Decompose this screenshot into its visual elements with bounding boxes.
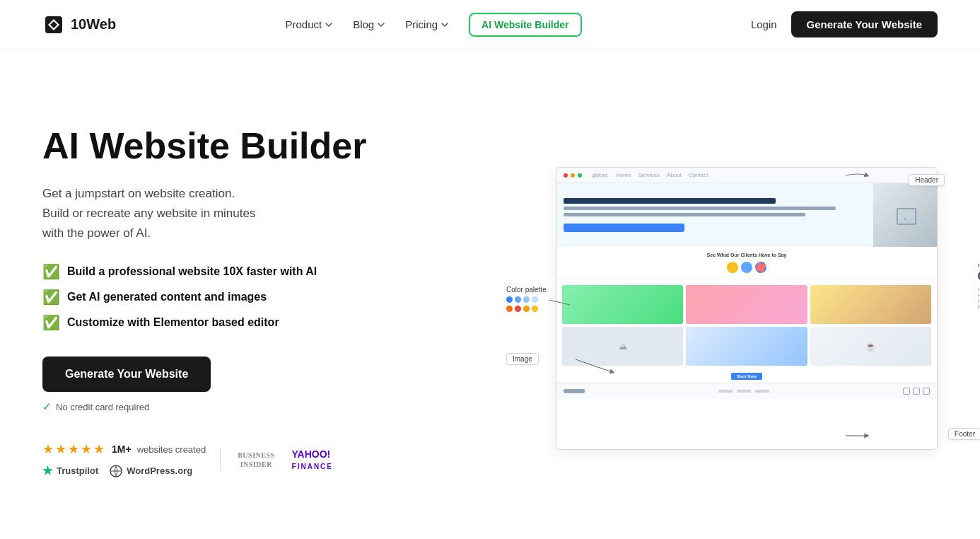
mockup-tab-1: Home bbox=[616, 172, 631, 178]
mockup-cta-button bbox=[564, 224, 684, 232]
hero-title: AI Website Builder bbox=[42, 125, 366, 168]
feature-text-2: Get AI generated content and images bbox=[67, 291, 267, 303]
navbar: 10Web Product Blog Pricing AI Website Bu… bbox=[0, 0, 980, 50]
mockup-hero-subtitle-bar bbox=[564, 207, 836, 210]
start-now-btn-small: Start Now bbox=[731, 373, 762, 380]
footer-icons bbox=[903, 388, 930, 395]
count-suffix: websites created bbox=[137, 444, 206, 455]
heading-size-3: Heading 3 (18px) bbox=[977, 299, 980, 303]
mockup-avatar-3 bbox=[755, 262, 766, 273]
color-dot-amber bbox=[523, 306, 530, 312]
nav-pricing[interactable]: Pricing bbox=[405, 18, 449, 30]
hero-subtitle: Get a jumpstart on website creation. Bui… bbox=[42, 184, 366, 243]
footer-annotation: Footer bbox=[948, 428, 980, 440]
feature-text-1: Build a professional website 10X faster … bbox=[67, 265, 317, 278]
mockup-tab-4: Contact bbox=[689, 172, 708, 178]
mockup-hero-text-area bbox=[556, 183, 873, 247]
logo-icon bbox=[42, 13, 65, 36]
mockup-hero-subtitle2-bar bbox=[564, 213, 805, 216]
footer-link-1 bbox=[718, 390, 733, 393]
footer-label-text: Footer bbox=[955, 430, 975, 438]
hero-illustration: Header gibber. Home Services About Conta… bbox=[499, 153, 938, 450]
trust-badges: ★ Trustpilot WordPress.org bbox=[42, 464, 206, 477]
heading-size-2: Heading 2 (22px) bbox=[977, 293, 980, 298]
font-family-label: Font family bbox=[977, 262, 980, 269]
color-palette-annotation: Color palette bbox=[506, 286, 547, 312]
brand-name: 10Web bbox=[71, 16, 116, 33]
feature-text-3: Customize with Elementor based editor bbox=[67, 316, 279, 329]
brand-logo[interactable]: 10Web bbox=[42, 13, 116, 36]
nav-pricing-label: Pricing bbox=[405, 18, 438, 30]
mockup-clients-section: See What Our Clients Have to Say bbox=[556, 247, 937, 279]
login-link[interactable]: Login bbox=[751, 18, 777, 30]
hero-generate-button[interactable]: Generate Your Website bbox=[42, 357, 211, 392]
trustpilot-badge: ★ Trustpilot bbox=[42, 464, 98, 477]
mockup-nav-tabs: gibber. Home Services About Contact bbox=[592, 172, 708, 178]
mockup-footer-bar bbox=[556, 383, 937, 399]
mockup-browser-bar: gibber. Home Services About Contact bbox=[556, 168, 937, 183]
check-icon-3: ✅ bbox=[42, 314, 60, 331]
nav-product[interactable]: Product bbox=[285, 18, 333, 30]
gallery-item-5 bbox=[686, 327, 807, 366]
trustpilot-label: Trustpilot bbox=[57, 465, 98, 476]
wordpress-label: WordPress.org bbox=[127, 465, 192, 476]
check-icon-1: ✅ bbox=[42, 263, 60, 280]
heading-size-1: Heading 1 (28px) bbox=[977, 287, 980, 292]
header-annotation: Header bbox=[909, 174, 945, 186]
footer-social-3 bbox=[923, 388, 930, 395]
check-icon-2: ✅ bbox=[42, 289, 60, 306]
check-small-icon: ✓ bbox=[42, 400, 52, 413]
nav-blog-label: Blog bbox=[353, 18, 374, 30]
feature-item-1: ✅ Build a professional website 10X faste… bbox=[42, 263, 366, 280]
color-dot-blue4 bbox=[532, 296, 538, 303]
nav-blog[interactable]: Blog bbox=[353, 18, 385, 30]
gallery-item-3 bbox=[810, 285, 931, 324]
gallery-placeholder-icon: ⛰ bbox=[619, 342, 627, 352]
footer-links bbox=[718, 390, 769, 393]
wordpress-icon bbox=[110, 465, 122, 477]
nav-right: Login Generate Your Website bbox=[751, 11, 938, 37]
color-dot-blue2 bbox=[515, 296, 521, 303]
chevron-down-icon-pricing bbox=[441, 21, 449, 29]
gallery-item-4: ⛰ bbox=[562, 327, 683, 366]
mockup-tab-3: About bbox=[667, 172, 682, 178]
footer-social-2 bbox=[913, 388, 920, 395]
dot-yellow bbox=[571, 173, 575, 178]
gallery-item-2 bbox=[686, 285, 807, 324]
mockup-gallery: ⛰ ☕ bbox=[556, 279, 937, 371]
footer-social-1 bbox=[903, 388, 910, 395]
features-list: ✅ Build a professional website 10X faste… bbox=[42, 263, 366, 331]
mockup-clients-title: See What Our Clients Have to Say bbox=[564, 253, 930, 257]
trustpilot-icon: ★ bbox=[42, 464, 52, 477]
gallery-placeholder-icon-2: ☕ bbox=[865, 342, 876, 352]
wordpress-badge: WordPress.org bbox=[110, 465, 192, 477]
hero-content-left: AI Website Builder Get a jumpstart on we… bbox=[42, 125, 366, 478]
mockup-tab-0: gibber. bbox=[592, 172, 609, 178]
no-credit-note: ✓ No credit card required bbox=[42, 400, 366, 413]
color-dot-yellow bbox=[532, 306, 538, 312]
color-dots-row bbox=[506, 296, 547, 303]
image-annotation: Image bbox=[506, 353, 539, 365]
color-palette-label: Color palette bbox=[506, 286, 547, 294]
mockup-hero-title-bar bbox=[564, 198, 776, 204]
mockup-tab-2: Services bbox=[638, 172, 660, 178]
image-label-text: Image bbox=[513, 355, 532, 363]
nav-links: Product Blog Pricing AI Website Builder bbox=[285, 13, 581, 37]
press-logos: BUSINESSINSIDER YAHOO!FINANCE bbox=[220, 448, 333, 471]
feature-item-3: ✅ Customize with Elementor based editor bbox=[42, 314, 366, 331]
nav-ai-builder-button[interactable]: AI Website Builder bbox=[469, 13, 581, 37]
mockup-start-now: Start Now bbox=[556, 373, 937, 380]
mockup-hero-image bbox=[873, 183, 937, 247]
footer-link-3 bbox=[755, 390, 769, 393]
heading-sizes: Heading 1 (28px) Heading 2 (22px) Headin… bbox=[977, 287, 980, 309]
nav-generate-button[interactable]: Generate Your Website bbox=[791, 11, 938, 37]
color-dot-orange bbox=[506, 306, 513, 312]
chevron-down-icon-blog bbox=[377, 21, 385, 29]
no-credit-text: No credit card required bbox=[56, 402, 149, 412]
footer-logo-bar bbox=[564, 389, 585, 393]
chevron-down-icon bbox=[325, 21, 333, 29]
nav-product-label: Product bbox=[285, 18, 322, 30]
font-family-annotation: Font family Open Sans Heading 1 (28px) H… bbox=[977, 262, 980, 309]
ratings-block: ★★★★★ 1M+ websites created ★ Trustpilot bbox=[42, 441, 206, 477]
star-rating: ★★★★★ bbox=[42, 441, 106, 457]
